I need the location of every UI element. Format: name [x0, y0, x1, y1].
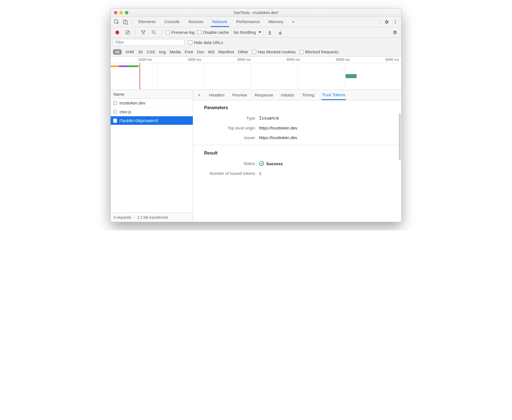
disable-cache-checkbox[interactable]: Disable cache: [197, 30, 229, 35]
main-tabs-row: Elements Console Sources Network Perform…: [111, 17, 401, 27]
upload-har-icon[interactable]: [266, 29, 274, 36]
tab-console[interactable]: Console: [163, 17, 181, 27]
request-name: i?public=0&private=0: [119, 118, 158, 123]
filter-input[interactable]: [113, 39, 184, 46]
svg-line-9: [155, 33, 156, 34]
param-origin-value: https://trusttoken.dev: [259, 126, 297, 130]
inspect-icon[interactable]: [113, 18, 121, 26]
main-tabs: Elements Console Sources Network Perform…: [137, 17, 378, 27]
param-row-type: Type Issuance: [204, 116, 395, 121]
chevron-down-icon: [258, 31, 261, 33]
throttling-select[interactable]: No throttling: [232, 29, 263, 35]
tab-performance[interactable]: Performance: [235, 17, 261, 27]
window-title: DevTools - trusttoken.dev/: [111, 10, 401, 15]
download-har-icon[interactable]: [276, 29, 284, 36]
hide-data-urls-label: Hide data URLs: [194, 40, 223, 45]
svg-point-4: [395, 21, 396, 22]
network-settings-icon[interactable]: [391, 29, 399, 36]
detail-tab-initiator[interactable]: Initiator: [280, 90, 295, 100]
document-icon: [113, 118, 117, 123]
param-type-value: Issuance: [259, 116, 279, 121]
result-title: Result: [204, 151, 395, 156]
request-name: cbor.js: [119, 109, 131, 114]
document-icon: [113, 101, 117, 105]
kebab-menu-icon[interactable]: [391, 18, 399, 26]
filter-type-xhr[interactable]: XHR: [126, 49, 134, 54]
request-row[interactable]: trusttoken.dev: [111, 99, 193, 107]
timeline-late-event: [346, 74, 357, 78]
filter-type-ws[interactable]: WS: [208, 49, 215, 54]
tab-sources[interactable]: Sources: [187, 17, 205, 27]
request-name: trusttoken.dev: [119, 101, 145, 105]
requests-panel: Name trusttoken.dev cbor.js i?public=0&p…: [111, 90, 193, 222]
disable-cache-label: Disable cache: [203, 30, 229, 35]
search-icon[interactable]: [150, 29, 158, 36]
tab-network[interactable]: Network: [211, 17, 229, 27]
tab-elements[interactable]: Elements: [137, 17, 157, 27]
success-icon: [259, 161, 264, 166]
settings-icon[interactable]: [383, 18, 390, 26]
svg-point-8: [152, 31, 155, 33]
detail-body: Parameters Type Issuance Top level origi…: [193, 100, 401, 222]
timeline-labels: 1000 ms 2000 ms 3000 ms 4000 ms 5000 ms …: [111, 57, 401, 63]
filter-type-font[interactable]: Font: [185, 49, 193, 54]
close-icon[interactable]: ×: [196, 93, 202, 98]
filter-type-other[interactable]: Other: [238, 49, 248, 54]
requests-transferred: 2.2 kB transferred: [137, 215, 168, 220]
requests-footer: 3 requests 2.2 kB transferred: [111, 212, 193, 222]
record-button[interactable]: [113, 29, 121, 36]
filter-type-css[interactable]: CSS: [147, 49, 155, 54]
detail-tab-response[interactable]: Response: [254, 90, 274, 100]
document-icon: [113, 110, 117, 114]
main-split: Name trusttoken.dev cbor.js i?public=0&p…: [111, 90, 401, 222]
scrollbar[interactable]: [399, 114, 401, 160]
filter-type-js[interactable]: JS: [138, 49, 143, 54]
result-tokens-value: 1: [259, 171, 261, 176]
preserve-log-checkbox[interactable]: Preserve log: [166, 30, 194, 35]
detail-tab-timing[interactable]: Timing: [302, 90, 315, 100]
request-row[interactable]: cbor.js: [111, 107, 193, 116]
result-row-status: Status Success: [204, 161, 395, 166]
request-row[interactable]: i?public=0&private=0: [111, 116, 193, 125]
request-list: trusttoken.dev cbor.js i?public=0&privat…: [111, 99, 193, 212]
throttling-label: No throttling: [233, 30, 256, 35]
filter-type-img[interactable]: Img: [159, 49, 166, 54]
result-status-value: Success: [259, 161, 283, 166]
svg-rect-2: [125, 21, 127, 24]
tabs-overflow[interactable]: »: [291, 17, 296, 27]
blocked-requests-checkbox[interactable]: Blocked Requests: [299, 49, 338, 54]
filter-type-doc[interactable]: Doc: [197, 49, 204, 54]
svg-point-3: [395, 20, 396, 21]
titlebar: DevTools - trusttoken.dev/: [111, 9, 401, 17]
device-toolbar-icon[interactable]: [122, 18, 129, 26]
param-row-origin: Top level origin https://trusttoken.dev: [204, 126, 395, 130]
filter-type-manifest[interactable]: Manifest: [218, 49, 234, 54]
has-blocked-cookies-checkbox[interactable]: Has blocked cookies: [252, 49, 296, 54]
filter-row: Hide data URLs: [111, 38, 401, 47]
requests-count: 3 requests: [113, 215, 131, 220]
detail-tab-trust-tokens[interactable]: Trust Tokens: [321, 90, 346, 100]
preserve-log-label: Preserve log: [171, 30, 194, 35]
svg-rect-20: [113, 119, 117, 123]
timeline-overview[interactable]: 1000 ms 2000 ms 3000 ms 4000 ms 5000 ms …: [111, 57, 401, 90]
requests-header[interactable]: Name: [111, 90, 193, 99]
filter-toggle-icon[interactable]: [140, 29, 147, 36]
filter-type-all[interactable]: All: [113, 49, 122, 55]
network-toolbar: Preserve log Disable cache No throttling: [111, 27, 401, 38]
svg-line-7: [126, 31, 129, 34]
clear-icon[interactable]: [124, 29, 132, 36]
filter-type-media[interactable]: Media: [170, 49, 181, 54]
detail-tabs: × Headers Preview Response Initiator Tim…: [193, 90, 401, 100]
tab-memory[interactable]: Memory: [267, 17, 285, 27]
detail-tab-preview[interactable]: Preview: [232, 90, 247, 100]
svg-point-5: [395, 23, 396, 24]
result-row-tokens: Number of issued tokens 1: [204, 171, 395, 176]
devtools-window: DevTools - trusttoken.dev/ Elements Cons…: [110, 8, 402, 222]
hide-data-urls-checkbox[interactable]: Hide data URLs: [188, 40, 223, 45]
detail-tab-headers[interactable]: Headers: [208, 90, 225, 100]
detail-panel: × Headers Preview Response Initiator Tim…: [193, 90, 401, 222]
param-issuer-value: https://trusttoken.dev: [259, 135, 297, 140]
parameters-title: Parameters: [204, 105, 395, 110]
filter-types-row: All XHR JS CSS Img Media Font Doc WS Man…: [111, 47, 401, 57]
param-row-issuer: Issuer https://trusttoken.dev: [204, 135, 395, 140]
